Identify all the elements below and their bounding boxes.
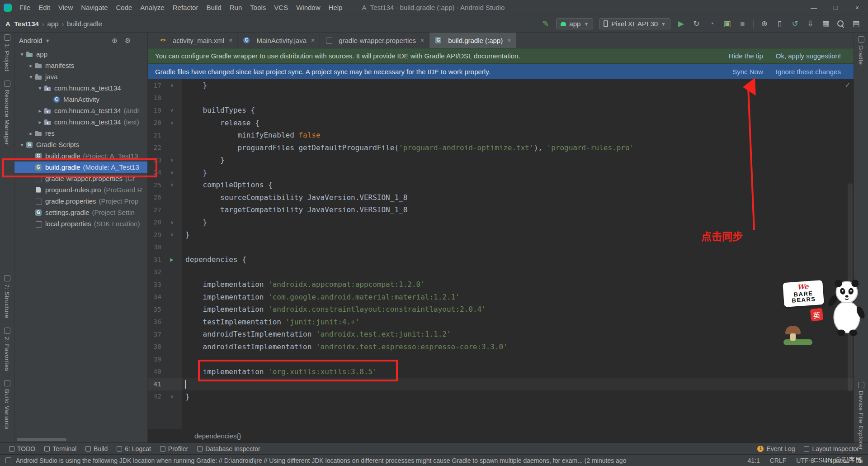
menu-window[interactable]: Window: [292, 0, 324, 15]
menu-edit[interactable]: Edit: [34, 0, 54, 15]
tree-item-res[interactable]: ▸res: [14, 128, 147, 139]
toolwindow-button-gradle[interactable]: Gradle: [854, 36, 868, 65]
tab-mainactivity-java[interactable]: MainActivity.java×: [238, 33, 320, 48]
project-scrollbar[interactable]: [17, 438, 66, 441]
maximize-button[interactable]: □: [825, 0, 846, 15]
toolwindow-button-event-log[interactable]: 1Event Log: [753, 445, 799, 452]
link-ignore-these-changes[interactable]: Ignore these changes: [776, 68, 841, 76]
fold-marker-icon[interactable]: ∨: [161, 182, 182, 188]
editor-scrollbar[interactable]: [848, 183, 853, 391]
expand-arrow-icon[interactable]: ▸: [36, 119, 44, 125]
close-button[interactable]: ×: [846, 0, 868, 15]
tree-item-build-gradle-project-a-test13[interactable]: build.gradle(Project: A_Test13: [14, 150, 147, 162]
menu-help[interactable]: Help: [325, 0, 347, 15]
menu-run[interactable]: Run: [226, 0, 246, 15]
fold-marker-icon[interactable]: ∧: [161, 170, 182, 176]
toolwindow-button-todo[interactable]: TODO: [5, 443, 40, 454]
avd-manager-icon[interactable]: ▯: [775, 19, 784, 29]
tree-item-manifests[interactable]: ▸manifests: [14, 60, 147, 71]
fold-marker-icon[interactable]: ∧: [161, 219, 182, 225]
locate-icon[interactable]: ⊕: [112, 37, 118, 45]
filter-icon[interactable]: ▤: [851, 19, 861, 29]
status-41-1[interactable]: 41:1: [747, 457, 760, 464]
expand-arrow-icon[interactable]: ▾: [27, 74, 35, 80]
fold-marker-icon[interactable]: ∧: [161, 82, 182, 88]
close-tab-icon[interactable]: ×: [420, 37, 424, 44]
fold-marker-icon[interactable]: ∨: [161, 120, 182, 126]
tree-item-mainactivity[interactable]: MainActivity: [14, 94, 147, 105]
debug-icon[interactable]: ▣: [722, 19, 732, 29]
tree-item-gradle-wrapper-properties-gr[interactable]: gradle-wrapper.properties(Gr: [14, 173, 147, 184]
toolwindow-button-terminal[interactable]: Terminal: [40, 443, 81, 454]
menu-file[interactable]: File: [15, 0, 34, 15]
menu-code[interactable]: Code: [112, 0, 136, 15]
profiler-icon[interactable]: ◔: [707, 19, 717, 29]
write-icon[interactable]: ✎: [541, 19, 550, 29]
toolwindow-button-7-structure[interactable]: 7: Structure: [0, 275, 14, 319]
tree-item-app[interactable]: ▾app: [14, 48, 147, 60]
expand-arrow-icon[interactable]: ▾: [18, 51, 26, 57]
tree-item-java[interactable]: ▾java: [14, 71, 147, 82]
run-line-icon[interactable]: ▶: [170, 256, 174, 263]
settings-gear-icon[interactable]: ⚙: [125, 37, 131, 45]
menu-analyze[interactable]: Analyze: [136, 0, 168, 15]
status-utf-8[interactable]: UTF-8: [796, 457, 814, 464]
toolwindow-button-resource-manager[interactable]: Resource Manager: [0, 81, 14, 145]
tree-item-proguard-rules-pro-proguard-r[interactable]: proguard-rules.pro(ProGuard R: [14, 184, 147, 195]
toolwindow-button-1-project[interactable]: 1: Project: [0, 34, 14, 71]
close-tab-icon[interactable]: ×: [311, 37, 315, 44]
breadcrumb-item-build-gradle[interactable]: build.gradle: [67, 20, 102, 28]
expand-arrow-icon[interactable]: ▾: [36, 85, 44, 91]
toolwindow-button-2-favorites[interactable]: 2: Favorites: [0, 328, 14, 371]
fold-marker-icon[interactable]: ∧: [161, 394, 182, 399]
tree-item-local-properties-sdk-location[interactable]: local.properties(SDK Location): [14, 218, 147, 229]
breadcrumb-item-app[interactable]: app: [47, 20, 59, 28]
tree-item-gradle-scripts[interactable]: ▾Gradle Scripts: [14, 139, 147, 150]
toolwindow-button-device-file-explorer[interactable]: Device File Explorer: [854, 382, 868, 450]
device-select[interactable]: Pixel XL API 30 ▼: [599, 18, 670, 29]
toolwindow-button-6-logcat[interactable]: 6: Logcat: [112, 443, 156, 454]
tab-build-gradle-app[interactable]: build.gradle (:app)×: [429, 33, 516, 48]
tab-gradle-wrapper-properties[interactable]: gradle-wrapper.properties×: [320, 33, 429, 48]
tree-item-com-hnucm-a-test134[interactable]: ▾com.hnucm.a_test134: [14, 82, 147, 94]
editor-code-area[interactable]: 17∧ }1819∨ buildTypes {20∨ release {21 m…: [148, 79, 854, 429]
tree-item-gradle-properties-project-prop[interactable]: gradle.properties(Project Prop: [14, 195, 147, 207]
stop-icon[interactable]: ■: [738, 19, 747, 29]
close-tab-icon[interactable]: ×: [229, 37, 232, 44]
editor-breadcrumb[interactable]: dependencies{}: [194, 432, 241, 440]
apply-changes-icon[interactable]: ↻: [692, 19, 701, 29]
menu-vcs[interactable]: VCS: [270, 0, 292, 15]
sync-project-icon[interactable]: ↺: [790, 19, 800, 29]
toolwindow-button-database-inspector[interactable]: Database Inspector: [193, 443, 264, 454]
toolwindow-button-build-variants[interactable]: Build Variants: [0, 380, 14, 429]
tree-item-com-hnucm-a-test134-test[interactable]: ▸com.hnucm.a_test134(test): [14, 116, 147, 128]
hide-panel-icon[interactable]: ─: [138, 37, 143, 45]
link-sync-now[interactable]: Sync Now: [732, 68, 763, 76]
toolwindow-toggle-icon[interactable]: [5, 457, 11, 463]
project-view-selector[interactable]: Android: [19, 37, 42, 44]
breadcrumb-item-a-test134[interactable]: A_Test134: [5, 20, 39, 28]
tree-item-settings-gradle-project-settin[interactable]: settings.gradle(Project Settin: [14, 207, 147, 218]
search-icon[interactable]: [836, 19, 845, 29]
sdk-manager-icon[interactable]: ⇩: [806, 19, 815, 29]
fold-marker-icon[interactable]: ∧: [161, 157, 182, 163]
toolwindow-button-profiler[interactable]: Profiler: [156, 443, 193, 454]
menu-tools[interactable]: Tools: [246, 0, 270, 15]
run-config-select[interactable]: app ▼: [556, 18, 593, 29]
menu-view[interactable]: View: [54, 0, 77, 15]
link-hide-the-tip[interactable]: Hide the tip: [729, 52, 763, 60]
close-tab-icon[interactable]: ×: [507, 37, 511, 44]
minimize-button[interactable]: —: [803, 0, 825, 15]
link-ok-apply-suggestion[interactable]: Ok, apply suggestion!: [776, 52, 841, 60]
structure-icon[interactable]: ▦: [821, 19, 830, 29]
expand-arrow-icon[interactable]: ▸: [27, 62, 35, 69]
run-icon[interactable]: ▶: [676, 19, 686, 29]
tab-activity-main-xml[interactable]: activity_main.xml×: [154, 33, 238, 48]
fold-marker-icon[interactable]: ∧: [161, 232, 182, 238]
tree-item-build-gradle-module-a-test13[interactable]: build.gradle(Module: A_Test13: [14, 162, 147, 173]
expand-arrow-icon[interactable]: ▸: [27, 130, 35, 137]
expand-arrow-icon[interactable]: ▸: [36, 108, 44, 114]
expand-arrow-icon[interactable]: ▾: [18, 142, 26, 148]
menu-refactor[interactable]: Refactor: [169, 0, 203, 15]
menu-navigate[interactable]: Navigate: [77, 0, 112, 15]
